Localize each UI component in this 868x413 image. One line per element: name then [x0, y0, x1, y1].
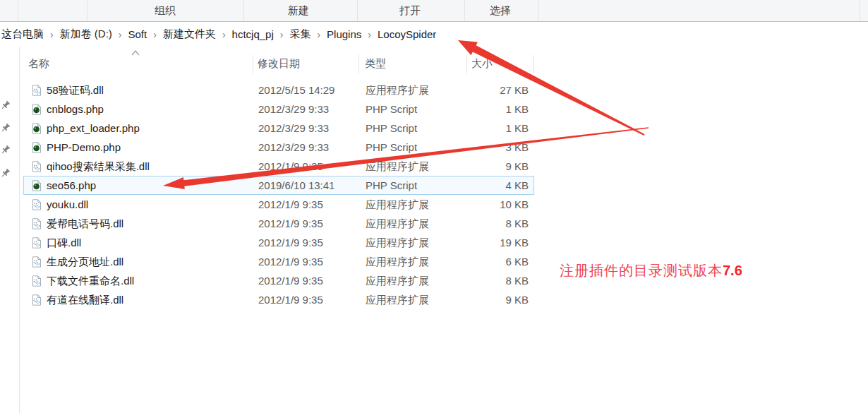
file-type: PHP Script [366, 138, 417, 157]
file-type: PHP Script [366, 176, 417, 196]
file-size: 9 KB [419, 157, 529, 176]
column-header-name[interactable]: 名称 [28, 53, 49, 74]
breadcrumb-item-plugins[interactable]: Plugins [327, 28, 361, 40]
annotation-text: 注册插件的目录测试版本7.6 [560, 261, 742, 280]
dll-file-icon [31, 256, 44, 268]
file-date: 2012/1/9 9:35 [258, 253, 323, 272]
php-file-icon [31, 123, 44, 134]
file-row[interactable]: cnblogs.php 2012/3/29 9:33 PHP Script 1 … [23, 100, 534, 119]
breadcrumb: 这台电脑 › 新加卷 (D:) › Soft › 新建文件夹 › hctcjq_… [0, 22, 868, 47]
file-row[interactable]: PHP-Demo.php 2012/3/29 9:33 PHP Script 3… [23, 138, 534, 157]
file-name: youku.dll [47, 196, 88, 215]
toolbar-group-organize[interactable]: 组织 [155, 0, 176, 21]
file-name: 下载文件重命名.dll [47, 272, 134, 291]
file-row[interactable]: 生成分页地址.dll 2012/1/9 9:35 应用程序扩展 6 KB [23, 252, 534, 271]
file-name: cnblogs.php [47, 100, 104, 119]
chevron-right-icon[interactable]: › [368, 29, 371, 40]
file-size: 8 KB [419, 215, 529, 234]
file-explorer-window: 组织 新建 打开 选择 这台电脑 › 新加卷 (D:) › Soft › 新建文… [0, 0, 868, 413]
file-list: 58验证码.dll 2012/5/15 14:29 应用程序扩展 27 KB c… [23, 80, 534, 309]
php-file-icon [31, 180, 44, 191]
file-size: 1 KB [419, 100, 529, 119]
file-date: 2012/5/15 14:29 [258, 81, 334, 100]
file-date: 2012/1/9 9:35 [258, 234, 323, 253]
file-date: 2012/1/9 9:35 [258, 291, 323, 310]
breadcrumb-item-locoyspider[interactable]: LocoySpider [378, 28, 436, 40]
column-header-type[interactable]: 类型 [365, 53, 386, 74]
chevron-right-icon[interactable]: › [119, 29, 122, 40]
file-row[interactable]: youku.dll 2012/1/9 9:35 应用程序扩展 10 KB [23, 195, 534, 214]
toolbar-divider [538, 0, 538, 21]
file-row[interactable]: php_ext_loader.php 2012/3/29 9:33 PHP Sc… [23, 119, 534, 138]
toolbar-divider [357, 0, 358, 21]
sort-ascending-icon [131, 46, 140, 59]
file-name: 生成分页地址.dll [47, 253, 123, 272]
php-file-icon [31, 104, 44, 115]
chevron-right-icon[interactable]: › [222, 29, 226, 40]
file-name: php_ext_loader.php [47, 119, 140, 138]
toolbar-divider [87, 0, 88, 21]
list-header: 名称 修改日期 类型 大小 [20, 53, 542, 74]
file-name: 有道在线翻译.dll [47, 291, 123, 310]
file-size: 27 KB [419, 81, 529, 100]
toolbar-group-select[interactable]: 选择 [490, 0, 511, 21]
file-size: 6 KB [419, 253, 529, 272]
column-header-date[interactable]: 修改日期 [258, 53, 300, 74]
file-date: 2012/1/9 9:35 [258, 215, 323, 234]
column-header-size[interactable]: 大小 [471, 53, 493, 74]
file-row[interactable]: qihoo搜索结果采集.dll 2012/1/9 9:35 应用程序扩展 9 K… [23, 157, 534, 176]
column-divider[interactable] [253, 55, 253, 73]
toolbar-divider [860, 0, 860, 21]
toolbar-group-open[interactable]: 打开 [399, 0, 421, 21]
file-size: 4 KB [419, 176, 529, 196]
chevron-right-icon[interactable]: › [153, 29, 157, 40]
pin-icon[interactable] [1, 168, 11, 179]
breadcrumb-item-new-folder[interactable]: 新建文件夹 [163, 28, 216, 41]
column-divider[interactable] [466, 55, 467, 73]
breadcrumb-item-caiji[interactable]: 采集 [289, 28, 311, 41]
column-divider[interactable] [358, 55, 359, 73]
dll-file-icon [31, 161, 44, 172]
toolbar-group-new[interactable]: 新建 [288, 0, 309, 21]
breadcrumb-item-drive-d[interactable]: 新加卷 (D:) [60, 28, 112, 41]
pin-icon[interactable] [1, 100, 11, 111]
file-name: 口碑.dll [47, 234, 81, 253]
file-date: 2019/6/10 13:41 [258, 176, 334, 196]
file-date: 2012/1/9 9:35 [258, 196, 323, 215]
file-name: 58验证码.dll [47, 81, 104, 100]
chevron-right-icon[interactable]: › [280, 29, 284, 40]
file-size: 8 KB [419, 272, 529, 291]
navigation-pane-edge [0, 47, 20, 413]
file-row[interactable]: 口碑.dll 2012/1/9 9:35 应用程序扩展 19 KB [23, 233, 534, 252]
toolbar-divider [243, 0, 244, 21]
file-row[interactable]: seo56.php 2019/6/10 13:41 PHP Script 4 K… [23, 176, 534, 195]
annotation-label: 注册插件的目录测试版本 [560, 263, 723, 278]
file-row[interactable]: 下载文件重命名.dll 2012/1/9 9:35 应用程序扩展 8 KB [23, 271, 534, 290]
breadcrumb-item-hctcjq-pj[interactable]: hctcjq_pj [232, 28, 274, 40]
file-date: 2012/1/9 9:35 [258, 157, 323, 176]
file-type: PHP Script [366, 119, 417, 138]
dll-file-icon [31, 294, 44, 306]
file-type: PHP Script [366, 100, 417, 119]
pin-icon[interactable] [1, 123, 11, 133]
php-file-icon [31, 142, 44, 153]
file-row[interactable]: 58验证码.dll 2012/5/15 14:29 应用程序扩展 27 KB [23, 80, 534, 100]
file-size: 19 KB [419, 234, 529, 253]
column-divider[interactable] [533, 55, 534, 73]
chevron-right-icon[interactable]: › [50, 29, 54, 40]
breadcrumb-item-this-pc[interactable]: 这台电脑 [1, 28, 44, 41]
dll-file-icon [31, 85, 44, 96]
chevron-right-icon[interactable]: › [317, 29, 320, 40]
file-size: 1 KB [419, 119, 529, 138]
file-date: 2012/3/29 9:33 [258, 119, 329, 138]
breadcrumb-item-soft[interactable]: Soft [128, 28, 147, 40]
dll-file-icon [31, 237, 44, 249]
file-row[interactable]: 爱帮电话号码.dll 2012/1/9 9:35 应用程序扩展 8 KB [23, 214, 534, 233]
dll-file-icon [31, 199, 44, 210]
file-size: 10 KB [419, 196, 529, 215]
toolbar-divider [18, 0, 18, 21]
file-row[interactable]: 有道在线翻译.dll 2012/1/9 9:35 应用程序扩展 9 KB [23, 290, 534, 309]
file-date: 2012/3/29 9:33 [258, 100, 329, 119]
pin-icon[interactable] [1, 145, 11, 155]
file-name: seo56.php [47, 176, 96, 196]
